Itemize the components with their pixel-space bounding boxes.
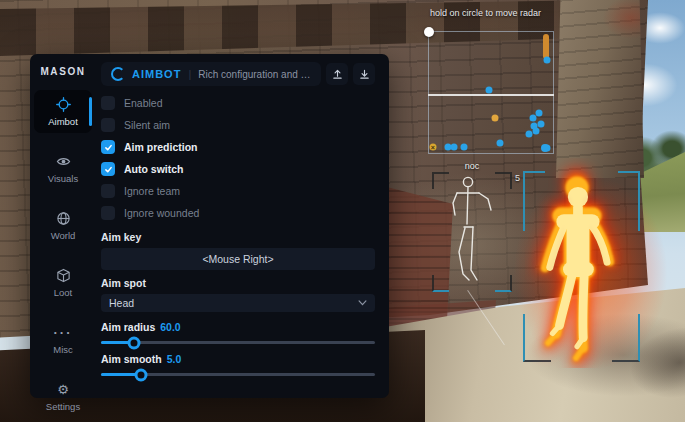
checkbox-row[interactable]: Silent aim [101,118,375,132]
checkbox[interactable] [101,118,115,132]
aimbot-page: AIMBOT | Rich configuration and fine-tun… [96,54,389,398]
checkbox[interactable] [101,184,115,198]
esp-head-dot [541,144,549,152]
chevron-down-icon [358,300,367,306]
checkbox-label: Aim prediction [124,141,198,153]
radar-drag-handle[interactable] [424,27,434,37]
sidebar-item-label: Visuals [48,173,78,184]
checkmark-icon [104,143,113,152]
checkbox-label: Auto switch [124,163,184,175]
aim-spot-value: Head [109,297,134,309]
cheat-menu-panel: MASON Aimbot Visuals World Loot ··· Misc… [30,54,389,398]
export-config-button[interactable] [326,63,348,85]
glowing-player-model [525,158,645,368]
sidebar-item-settings[interactable]: ⚙ Settings [34,375,92,418]
import-config-button[interactable] [353,63,375,85]
slider-label: Aim smooth [101,353,162,365]
radar-dot-blue [496,140,503,147]
header-pill: AIMBOT | Rich configuration and fine-tun… [101,62,321,86]
aim-spot-label: Aim spot [101,277,375,289]
radar-hint: hold on circle to move radar [430,8,541,18]
skeleton-esp-box: noc 5 [432,172,512,292]
radar-horizon-line [428,94,554,96]
sidebar: MASON Aimbot Visuals World Loot ··· Misc… [30,54,96,398]
skeleton-bones [432,172,512,292]
radar-dot-orange [491,114,498,121]
radar: × [428,31,554,154]
checkbox[interactable] [101,162,115,176]
brand-name: MASON [40,66,85,77]
slider-label: Aim radius [101,321,155,333]
radar-dot-blue [450,143,457,150]
page-subtitle: Rich configuration and fine-tuning [198,69,311,80]
checkbox-label: Enabled [124,97,163,109]
slider-track[interactable] [101,373,375,376]
slider-handle[interactable] [134,368,147,381]
sidebar-item-visuals[interactable]: Visuals [34,147,92,190]
slider-value: 5.0 [167,353,182,365]
radar-dot-orange-x: × [429,143,436,150]
spinner-icon [111,67,125,81]
radar-dot-blue [530,114,537,121]
radar-dot-blue [536,110,543,117]
globe-icon [56,211,71,226]
sidebar-item-world[interactable]: World [34,204,92,247]
sidebar-item-aimbot[interactable]: Aimbot [34,90,92,133]
aim-key-label: Aim key [101,231,375,243]
upload-icon [331,68,344,81]
checkbox-row[interactable]: Enabled [101,96,375,110]
slider-group: Aim radius 60.0 [101,321,375,344]
sidebar-item-loot[interactable]: Loot [34,261,92,304]
sidebar-item-label: World [51,230,76,241]
slider-value: 60.0 [160,321,180,333]
sidebar-item-label: Aimbot [48,116,78,127]
sidebar-item-label: Misc [53,344,73,355]
radar-dot-blue [543,56,550,63]
slider-group: Aim smooth 5.0 [101,353,375,376]
checkbox-row[interactable]: Aim prediction [101,140,375,154]
checkbox[interactable] [101,96,115,110]
game-scene: hold on circle to move radar × noc 5 [0,0,685,422]
page-header: AIMBOT | Rich configuration and fine-tun… [101,62,375,86]
slider-track[interactable] [101,341,375,344]
checkbox[interactable] [101,140,115,154]
radar-dot-blue [532,128,539,135]
sidebar-item-label: Settings [46,401,80,412]
esp-distance: 5 [515,173,520,183]
radar-dot-blue [537,120,544,127]
aim-key-button[interactable]: <Mouse Right> [101,248,375,270]
divider: | [188,68,191,80]
radar-dot-blue [485,87,492,94]
crate-icon [56,268,71,283]
eye-icon [56,154,71,169]
checkbox-row[interactable]: Ignore wounded [101,206,375,220]
checkbox-label: Ignore team [124,185,180,197]
checkbox-list: Enabled Silent aim Aim prediction Auto s… [101,96,375,220]
slider-list: Aim radius 60.0 Aim smooth 5.0 [101,312,375,376]
aim-spot-select[interactable]: Head [101,294,375,312]
download-icon [358,68,371,81]
sidebar-nav: Aimbot Visuals World Loot ··· Misc ⚙ Set… [30,90,96,418]
checkbox[interactable] [101,206,115,220]
esp-player-name: noc [432,161,512,171]
sidebar-item-label: Loot [54,287,73,298]
radar-dot-blue [460,143,467,150]
sidebar-item-misc[interactable]: ··· Misc [34,318,92,361]
checkbox-label: Ignore wounded [124,207,199,219]
checkbox-label: Silent aim [124,119,170,131]
slider-handle[interactable] [127,336,140,349]
crosshair-icon [56,97,71,112]
ellipsis-icon: ··· [54,326,73,339]
checkbox-row[interactable]: Ignore team [101,184,375,198]
checkmark-icon [104,165,113,174]
gear-icon: ⚙ [57,383,69,396]
page-title: AIMBOT [132,68,181,80]
checkbox-row[interactable]: Auto switch [101,162,375,176]
